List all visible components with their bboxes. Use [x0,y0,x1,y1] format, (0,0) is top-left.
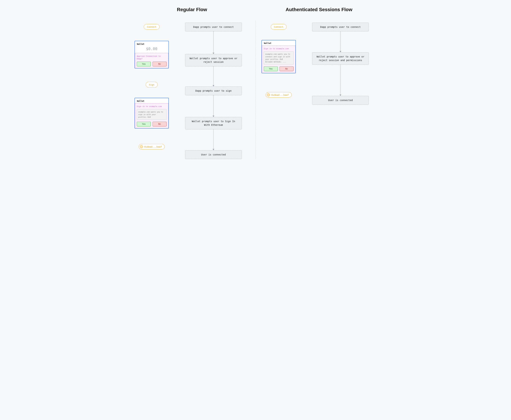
step-box: Wallet prompts user to approve or reject… [185,54,242,66]
arrow-down-icon [213,66,214,86]
arrow-down-icon [213,31,214,54]
step-box: Wallet prompts user to approve or reject… [312,52,369,65]
connect-button[interactable]: Connect [144,24,160,30]
authenticated-flow-column: Authenticated Sessions Flow Connect Wall… [256,7,383,159]
approve-no-button[interactable]: No [152,62,167,66]
wallet-approve-modal: Approve Connection to Dapp? Yes No [135,53,168,68]
connected-pill[interactable]: 0xdead...beef [139,144,165,150]
arrow-down-icon [340,65,341,96]
wallet-modal-title: Approve Connection to Dapp? [137,55,167,60]
auth-yes-button[interactable]: Yes [264,66,278,71]
wallet-auth-modal: Sign in to example.com example.com wants… [262,45,295,73]
avatar-icon [140,145,143,148]
step-box: Wallet prompts user to Sign In With Ethe… [185,117,242,129]
step-box: Dapp prompts user to sign [185,86,242,95]
approve-yes-button[interactable]: Yes [137,62,151,66]
regular-flow-column: Regular Flow Connect Wallet $0.00 Approv… [128,7,256,159]
step-box: Dapp prompts user to connect [185,23,242,31]
sign-no-button[interactable]: No [152,122,167,127]
authenticated-ui-column: Connect Wallet Sign in to example.com ex… [261,23,297,98]
wallet-balance: $0.00 [135,46,168,53]
auth-no-button[interactable]: No [279,66,293,71]
wallet-approve-card: Wallet $0.00 Approve Connection to Dapp?… [135,41,169,68]
connected-pill[interactable]: 0xdead...beef [266,92,292,98]
avatar-icon [267,93,270,97]
authenticated-flow-title: Authenticated Sessions Flow [261,7,377,12]
connect-button-label: Connect [274,26,284,28]
connect-button[interactable]: Connect [271,24,287,30]
wallet-header: Wallet [135,98,168,103]
regular-flow-title: Regular Flow [134,7,250,12]
sign-button[interactable]: Sign [146,82,158,88]
connect-button-label: Connect [147,26,157,28]
sign-yes-button[interactable]: Yes [137,122,151,127]
wallet-modal-title: Sign in to example.com [137,105,167,108]
connected-address: 0xdead...beef [144,145,162,148]
regular-ui-column: Connect Wallet $0.00 Approve Connection … [134,23,170,150]
diagram-container: Regular Flow Connect Wallet $0.00 Approv… [128,7,383,159]
column-divider [256,21,256,159]
connected-address: 0xdead...beef [271,94,289,96]
wallet-header: Wallet [262,40,295,45]
wallet-header: Wallet [135,41,168,46]
arrow-down-icon [213,129,214,150]
sign-button-label: Sign [149,83,154,86]
step-box: Dapp prompts user to connect [312,23,369,31]
arrow-down-icon [213,95,214,117]
wallet-modal-title: Sign in to example.com [264,47,293,50]
wallet-sign-card: Wallet Sign in to example.com example.co… [135,98,169,128]
step-box: User is connected [312,96,369,105]
wallet-modal-body: example.com wants you to sign in with yo… [137,109,167,120]
wallet-sign-modal: Sign in to example.com example.com wants… [135,103,168,128]
wallet-auth-card: Wallet Sign in to example.com example.co… [262,40,296,73]
authenticated-steps-column: Dapp prompts user to connect Wallet prom… [304,23,377,105]
step-box: User is connected [185,150,242,159]
regular-steps-column: Dapp prompts user to connect Wallet prom… [177,23,250,159]
wallet-modal-body: example.com wants you to connect and sig… [264,51,293,65]
arrow-down-icon [340,31,341,52]
